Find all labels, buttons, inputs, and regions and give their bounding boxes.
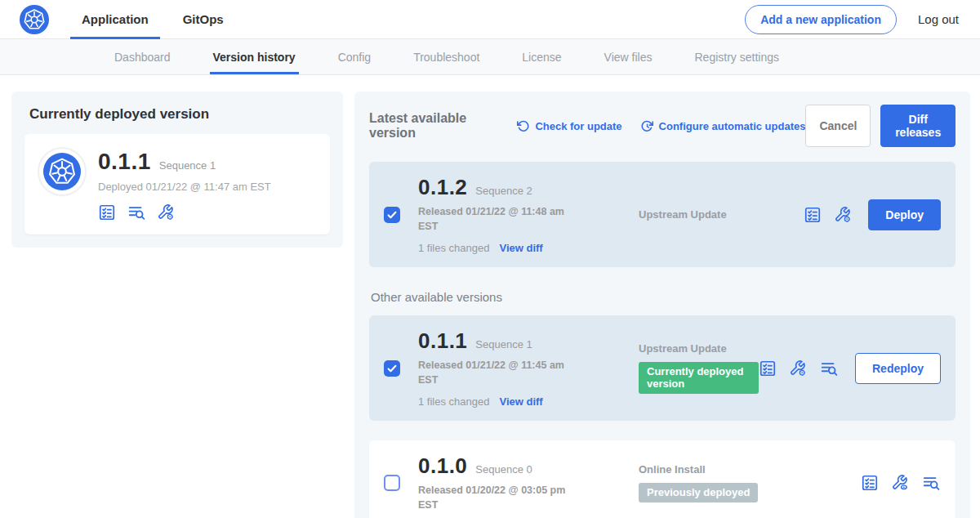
tab-registry-settings[interactable]: Registry settings <box>694 39 778 74</box>
configure-auto-updates-button[interactable]: Configure automatic updates <box>640 119 806 133</box>
view-files-icon[interactable] <box>819 359 839 377</box>
deployed-timestamp: Deployed 01/21/22 @ 11:47 am EST <box>98 181 271 193</box>
tab-troubleshoot[interactable]: Troubleshoot <box>413 39 479 74</box>
check-for-update-button[interactable]: Check for update <box>516 119 621 133</box>
release-source-label: Upstream Update <box>639 208 804 221</box>
release-row-0-1-1: 0.1.1 Sequence 1 Released 01/21/22 @ 11:… <box>369 315 956 421</box>
nav-tab-application[interactable]: Application <box>82 0 149 38</box>
currently-deployed-panel: Currently deployed version 0.1.1 Sequenc… <box>11 92 343 248</box>
add-new-application-button[interactable]: Add a new application <box>745 5 897 34</box>
kubernetes-logo-icon <box>20 5 49 34</box>
release-sequence: Sequence 2 <box>475 185 532 197</box>
edit-config-icon[interactable] <box>789 359 807 377</box>
view-files-icon[interactable] <box>127 203 146 221</box>
deployed-version-number: 0.1.1 <box>98 149 151 175</box>
view-diff-link[interactable]: View diff <box>499 395 542 408</box>
top-nav: Application GitOps Add a new application… <box>0 0 980 39</box>
release-version: 0.1.2 <box>418 175 467 200</box>
version-history-panel: Latest available version Check for updat… <box>354 92 970 518</box>
release-source-label: Upstream Update <box>639 342 759 355</box>
app-sub-nav: Dashboard Version history Config Trouble… <box>0 39 980 75</box>
logout-button[interactable]: Log out <box>918 12 959 26</box>
view-diff-link[interactable]: View diff <box>499 242 542 254</box>
refresh-icon <box>516 119 530 133</box>
release-sequence: Sequence 1 <box>475 338 532 351</box>
release-checkbox[interactable] <box>384 475 400 491</box>
deploy-button[interactable]: Deploy <box>868 199 941 230</box>
tab-dashboard[interactable]: Dashboard <box>114 39 171 74</box>
release-timestamp: Released 01/20/22 @ 03:05 pm EST <box>418 484 580 512</box>
preflight-checklist-icon[interactable] <box>759 359 777 377</box>
other-versions-title: Other available versions <box>371 290 956 304</box>
tab-view-files[interactable]: View files <box>604 39 653 74</box>
tab-license[interactable]: License <box>522 39 561 74</box>
view-config-icon[interactable] <box>891 474 909 492</box>
files-changed-label: 1 files changed <box>418 395 489 408</box>
release-checkbox[interactable] <box>384 360 400 377</box>
edit-config-icon[interactable] <box>834 206 852 224</box>
release-version: 0.1.1 <box>418 328 467 354</box>
redeploy-button[interactable]: Redeploy <box>855 353 941 384</box>
latest-available-title: Latest available version <box>369 111 498 141</box>
tab-config[interactable]: Config <box>338 39 371 74</box>
tab-version-history[interactable]: Version history <box>213 39 296 74</box>
deployed-version-card: 0.1.1 Sequence 1 Deployed 01/21/22 @ 11:… <box>24 134 330 234</box>
release-row-0-1-0: 0.1.0 Sequence 0 Released 01/20/22 @ 03:… <box>369 440 956 518</box>
release-timestamp: Released 01/21/22 @ 11:45 am EST <box>418 359 580 387</box>
currently-deployed-title: Currently deployed version <box>29 106 330 123</box>
preflight-checklist-icon[interactable] <box>804 206 822 224</box>
cancel-button[interactable]: Cancel <box>805 105 871 147</box>
release-checkbox[interactable] <box>384 207 400 223</box>
top-nav-tabs: Application GitOps <box>82 0 224 38</box>
release-timestamp: Released 01/21/22 @ 11:48 am EST <box>418 205 580 234</box>
view-files-icon[interactable] <box>921 474 941 492</box>
release-source-label: Online Install <box>639 463 861 476</box>
diff-releases-button[interactable]: Diff releases <box>880 105 956 147</box>
clock-refresh-icon <box>640 119 654 133</box>
preflight-checklist-icon[interactable] <box>98 203 116 221</box>
release-version: 0.1.0 <box>418 453 467 479</box>
preflight-checklist-icon[interactable] <box>861 474 879 492</box>
app-logo-icon <box>39 149 85 194</box>
release-row-0-1-2: 0.1.2 Sequence 2 Released 01/21/22 @ 11:… <box>369 162 956 267</box>
currently-deployed-badge: Currently deployed version <box>639 362 759 394</box>
nav-tab-gitops[interactable]: GitOps <box>183 0 224 38</box>
previously-deployed-badge: Previously deployed <box>639 483 758 502</box>
edit-config-icon[interactable] <box>157 203 175 221</box>
files-changed-label: 1 files changed <box>418 242 489 254</box>
deployed-sequence-label: Sequence 1 <box>159 159 216 172</box>
release-sequence: Sequence 0 <box>475 463 532 476</box>
